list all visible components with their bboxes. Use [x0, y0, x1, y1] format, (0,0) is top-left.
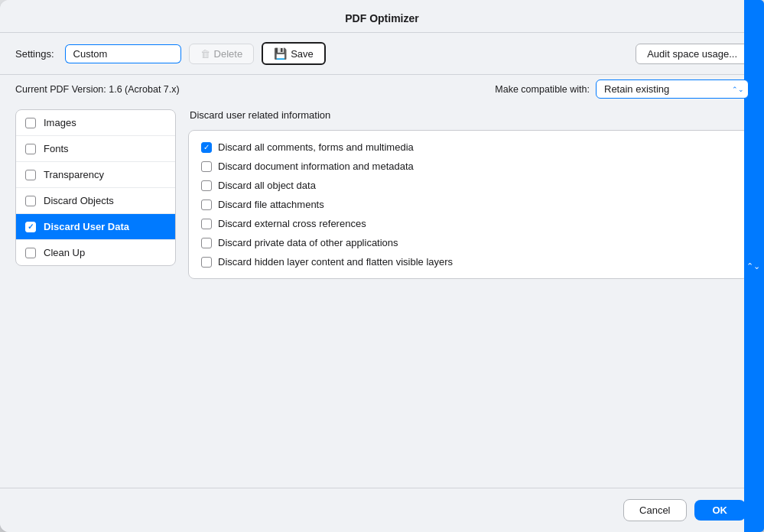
sidebar-item-label-transparency: Transparency [44, 169, 104, 180]
main-content: ImagesFontsTransparencyDiscard Objects✓D… [0, 106, 764, 488]
option-checkbox-discard-private-data[interactable] [201, 238, 212, 248]
sidebar-item-label-discard-user-data: Discard User Data [44, 221, 129, 232]
save-label: Save [291, 48, 314, 60]
sidebar-item-label-images: Images [44, 117, 76, 128]
option-row-discard-object-data: Discard all object data [201, 180, 736, 191]
option-label-discard-comments: Discard all comments, forms and multimed… [218, 141, 414, 153]
sidebar-checkbox-discard-objects [25, 196, 36, 206]
dialog-title: PDF Optimizer [0, 0, 764, 33]
version-bar: Current PDF Version: 1.6 (Acrobat 7.x) M… [0, 75, 764, 106]
sidebar-item-discard-user-data[interactable]: ✓Discard User Data [16, 214, 175, 240]
panel: Discard user related information ✓Discar… [188, 106, 749, 488]
option-label-discard-attachments: Discard file attachments [218, 199, 324, 210]
compat-select-wrapper[interactable]: Retain existing Acrobat 4.0 and later Ac… [596, 79, 749, 99]
option-row-discard-attachments: Discard file attachments [201, 199, 736, 210]
option-label-discard-object-data: Discard all object data [218, 180, 316, 191]
option-label-discard-cross-refs: Discard external cross references [218, 218, 366, 229]
cancel-button[interactable]: Cancel [623, 499, 686, 521]
sidebar-item-fonts[interactable]: Fonts [16, 136, 175, 162]
sidebar-checkbox-transparency [25, 170, 36, 180]
sidebar-checkbox-discard-user-data: ✓ [25, 222, 36, 232]
sidebar-checkbox-images [25, 118, 36, 128]
footer: Cancel OK [0, 488, 764, 532]
option-row-discard-cross-refs: Discard external cross references [201, 218, 736, 229]
save-button[interactable]: 💾 Save [262, 42, 326, 65]
sidebar-item-label-clean-up: Clean Up [44, 247, 85, 258]
pdf-optimizer-dialog: PDF Optimizer Settings: Custom ⌃⌄ 🗑 Dele… [0, 0, 764, 532]
sidebar-checkbox-clean-up [25, 248, 36, 258]
sidebar-checkbox-fonts [25, 144, 36, 154]
option-checkbox-discard-attachments[interactable] [201, 200, 212, 210]
compat-select[interactable]: Retain existing Acrobat 4.0 and later Ac… [596, 79, 749, 99]
option-row-discard-private-data: Discard private data of other applicatio… [201, 237, 736, 248]
settings-select[interactable]: Custom [66, 45, 180, 63]
trash-icon: 🗑 [200, 48, 210, 60]
sidebar-item-discard-objects[interactable]: Discard Objects [16, 188, 175, 214]
option-label-discard-hidden-layers: Discard hidden layer content and flatten… [218, 256, 453, 268]
sidebar-item-label-fonts: Fonts [44, 143, 69, 154]
panel-section-title: Discard user related information [188, 109, 749, 121]
option-label-discard-private-data: Discard private data of other applicatio… [218, 237, 398, 248]
version-text: Current PDF Version: 1.6 (Acrobat 7.x) [15, 84, 495, 95]
option-row-discard-comments: ✓Discard all comments, forms and multime… [201, 141, 736, 153]
toolbar: Settings: Custom ⌃⌄ 🗑 Delete 💾 Save Audi… [0, 33, 764, 75]
delete-button[interactable]: 🗑 Delete [189, 44, 255, 64]
audit-label: Audit space usage... [647, 48, 737, 60]
options-box: ✓Discard all comments, forms and multime… [188, 130, 749, 279]
option-checkbox-discard-hidden-layers[interactable] [201, 257, 212, 268]
option-checkbox-discard-cross-refs[interactable] [201, 219, 212, 229]
ok-button[interactable]: OK [694, 500, 746, 521]
sidebar-item-transparency[interactable]: Transparency [16, 162, 175, 188]
option-label-discard-document-info: Discard document information and metadat… [218, 161, 414, 172]
sidebar: ImagesFontsTransparencyDiscard Objects✓D… [15, 109, 176, 266]
option-row-discard-document-info: Discard document information and metadat… [201, 161, 736, 172]
option-checkbox-discard-object-data[interactable] [201, 180, 212, 191]
compat-label: Make compatible with: [495, 84, 590, 95]
sidebar-item-label-discard-objects: Discard Objects [44, 195, 114, 206]
delete-label: Delete [214, 48, 243, 60]
sidebar-item-clean-up[interactable]: Clean Up [16, 240, 175, 265]
sidebar-item-images[interactable]: Images [16, 110, 175, 136]
save-icon: 💾 [274, 47, 287, 60]
settings-select-wrapper[interactable]: Custom ⌃⌄ [65, 44, 181, 63]
option-checkbox-discard-document-info[interactable] [201, 161, 212, 172]
option-checkbox-discard-comments[interactable]: ✓ [201, 142, 212, 153]
option-row-discard-hidden-layers: Discard hidden layer content and flatten… [201, 256, 736, 268]
audit-button[interactable]: Audit space usage... [636, 44, 749, 64]
settings-label: Settings: [15, 48, 54, 60]
